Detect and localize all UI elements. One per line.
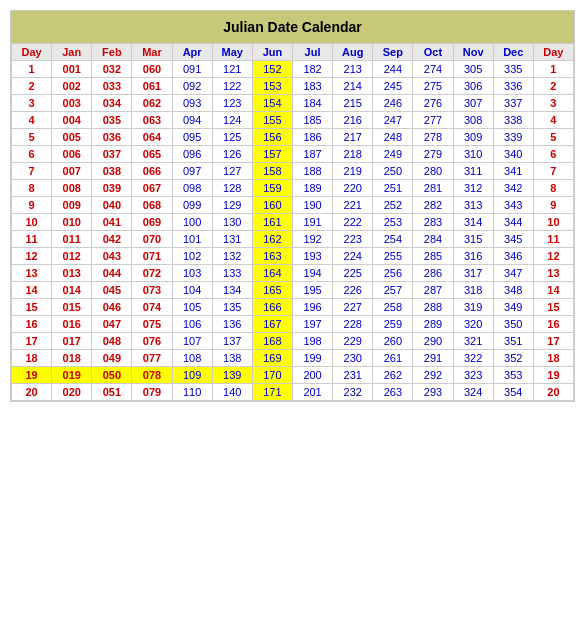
cell-r12-c9: 256 [373, 265, 413, 282]
cell-r7-c6: 159 [252, 180, 292, 197]
cell-r16-c5: 137 [212, 333, 252, 350]
cell-r8-c5: 129 [212, 197, 252, 214]
cell-r13-c5: 134 [212, 282, 252, 299]
cell-r17-c6: 169 [252, 350, 292, 367]
cell-r3-c1: 004 [52, 112, 92, 129]
cell-r17-c13: 18 [533, 350, 573, 367]
cell-r5-c9: 249 [373, 146, 413, 163]
cell-r4-c5: 125 [212, 129, 252, 146]
table-row: 1801804907710813816919923026129132235218 [12, 350, 574, 367]
cell-r17-c8: 230 [333, 350, 373, 367]
cell-r13-c8: 226 [333, 282, 373, 299]
header-day: Day [12, 44, 52, 61]
cell-r19-c5: 140 [212, 384, 252, 401]
cell-r6-c7: 188 [292, 163, 332, 180]
cell-r12-c4: 103 [172, 265, 212, 282]
cell-r2-c11: 307 [453, 95, 493, 112]
cell-r0-c2: 032 [92, 61, 132, 78]
cell-r13-c11: 318 [453, 282, 493, 299]
cell-r10-c7: 192 [292, 231, 332, 248]
cell-r7-c2: 039 [92, 180, 132, 197]
cell-r18-c9: 262 [373, 367, 413, 384]
cell-r0-c4: 091 [172, 61, 212, 78]
cell-r2-c10: 276 [413, 95, 453, 112]
cell-r1-c2: 033 [92, 78, 132, 95]
cell-r10-c6: 162 [252, 231, 292, 248]
cell-r14-c5: 135 [212, 299, 252, 316]
cell-r4-c1: 005 [52, 129, 92, 146]
cell-r10-c11: 315 [453, 231, 493, 248]
cell-r8-c7: 190 [292, 197, 332, 214]
cell-r2-c1: 003 [52, 95, 92, 112]
cell-r18-c13: 19 [533, 367, 573, 384]
cell-r3-c2: 035 [92, 112, 132, 129]
cell-r11-c13: 12 [533, 248, 573, 265]
cell-r12-c3: 072 [132, 265, 172, 282]
cell-r19-c2: 051 [92, 384, 132, 401]
header-may: May [212, 44, 252, 61]
cell-r13-c12: 348 [493, 282, 533, 299]
cell-r14-c2: 046 [92, 299, 132, 316]
table-row: 60060370650961261571872182492793103406 [12, 146, 574, 163]
cell-r5-c0: 6 [12, 146, 52, 163]
cell-r7-c0: 8 [12, 180, 52, 197]
cell-r1-c3: 061 [132, 78, 172, 95]
header-row: DayJanFebMarAprMayJunJulAugSepOctNovDecD… [12, 44, 574, 61]
cell-r15-c1: 016 [52, 316, 92, 333]
cell-r3-c7: 185 [292, 112, 332, 129]
cell-r7-c13: 8 [533, 180, 573, 197]
cell-r14-c13: 15 [533, 299, 573, 316]
cell-r7-c8: 220 [333, 180, 373, 197]
cell-r8-c2: 040 [92, 197, 132, 214]
cell-r4-c8: 217 [333, 129, 373, 146]
cell-r6-c8: 219 [333, 163, 373, 180]
cell-r12-c0: 13 [12, 265, 52, 282]
cell-r15-c11: 320 [453, 316, 493, 333]
table-row: 1201204307110213216319322425528531634612 [12, 248, 574, 265]
cell-r16-c8: 229 [333, 333, 373, 350]
cell-r10-c3: 070 [132, 231, 172, 248]
cell-r18-c3: 078 [132, 367, 172, 384]
cell-r15-c6: 167 [252, 316, 292, 333]
cell-r6-c13: 7 [533, 163, 573, 180]
cell-r13-c0: 14 [12, 282, 52, 299]
cell-r1-c0: 2 [12, 78, 52, 95]
cell-r10-c10: 284 [413, 231, 453, 248]
cell-r6-c5: 127 [212, 163, 252, 180]
cell-r8-c8: 221 [333, 197, 373, 214]
cell-r12-c1: 013 [52, 265, 92, 282]
cell-r12-c10: 286 [413, 265, 453, 282]
cell-r4-c6: 156 [252, 129, 292, 146]
cell-r9-c1: 010 [52, 214, 92, 231]
cell-r6-c3: 066 [132, 163, 172, 180]
cell-r14-c6: 166 [252, 299, 292, 316]
cell-r18-c12: 353 [493, 367, 533, 384]
cell-r0-c3: 060 [132, 61, 172, 78]
table-row: 40040350630941241551852162472773083384 [12, 112, 574, 129]
cell-r14-c4: 105 [172, 299, 212, 316]
header-apr: Apr [172, 44, 212, 61]
cell-r2-c3: 062 [132, 95, 172, 112]
header-aug: Aug [333, 44, 373, 61]
cell-r7-c7: 189 [292, 180, 332, 197]
cell-r12-c12: 347 [493, 265, 533, 282]
cell-r19-c4: 110 [172, 384, 212, 401]
cell-r18-c7: 200 [292, 367, 332, 384]
cell-r8-c1: 009 [52, 197, 92, 214]
cell-r5-c11: 310 [453, 146, 493, 163]
cell-r9-c12: 344 [493, 214, 533, 231]
cell-r5-c2: 037 [92, 146, 132, 163]
cell-r15-c3: 075 [132, 316, 172, 333]
cell-r15-c10: 289 [413, 316, 453, 333]
cell-r14-c3: 074 [132, 299, 172, 316]
cell-r16-c6: 168 [252, 333, 292, 350]
cell-r11-c3: 071 [132, 248, 172, 265]
cell-r1-c4: 092 [172, 78, 212, 95]
cell-r0-c10: 274 [413, 61, 453, 78]
cell-r7-c1: 008 [52, 180, 92, 197]
cell-r19-c7: 201 [292, 384, 332, 401]
cell-r8-c6: 160 [252, 197, 292, 214]
cell-r14-c1: 015 [52, 299, 92, 316]
cell-r15-c4: 106 [172, 316, 212, 333]
cell-r18-c2: 050 [92, 367, 132, 384]
